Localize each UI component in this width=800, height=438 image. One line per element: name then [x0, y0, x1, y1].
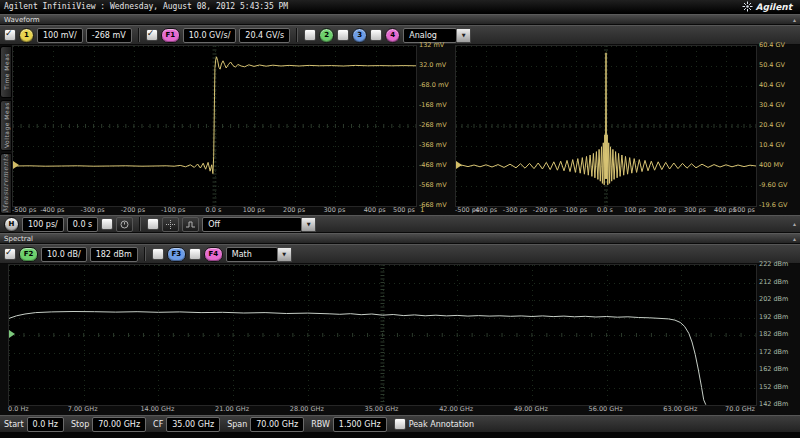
math-mode-value[interactable]: Math	[226, 247, 278, 262]
tick-label: -300 ps	[503, 206, 527, 214]
f2-visible-checkbox[interactable]	[4, 248, 16, 260]
tick-label: 30.4 GV	[759, 101, 785, 109]
tick-label: 182 dBm	[759, 330, 788, 338]
f1-impulse-trace	[456, 46, 756, 206]
ch3-badge[interactable]: 3	[352, 28, 367, 43]
peak-annotation-checkbox[interactable]	[394, 418, 406, 430]
spectral-section-title: Spectral	[4, 235, 33, 243]
tick-label: 7.00 GHz	[68, 405, 98, 413]
waveform-plot-ch1[interactable]	[12, 45, 417, 207]
ch1-ground-marker[interactable]	[13, 161, 19, 169]
zoom-enable-checkbox[interactable]	[101, 218, 113, 230]
crosshair-icon	[166, 220, 175, 229]
ch1-step-trace	[13, 46, 416, 206]
sidebar-tab-time-meas[interactable]: Time Meas	[0, 46, 12, 98]
f1-scale-box[interactable]: 10.0 GV/s/	[183, 28, 237, 43]
ch4-visible-checkbox[interactable]	[370, 29, 382, 41]
stop-value-box[interactable]: 70.00 GHz	[92, 417, 146, 432]
trigger-mode-dropdown[interactable]: Off ▼	[202, 217, 316, 232]
clock-icon	[120, 220, 129, 229]
f3-visible-checkbox[interactable]	[152, 248, 164, 260]
collapse-waveform-icon[interactable]: ▴	[793, 17, 796, 23]
f4-visible-checkbox[interactable]	[189, 248, 201, 260]
ch1-offset-box[interactable]: -268 mV	[86, 28, 132, 43]
tick-label: 500 ps	[733, 206, 755, 214]
f2-badge[interactable]: F2	[19, 247, 38, 262]
tick-label: -300 ps	[80, 206, 104, 214]
ch2-badge[interactable]: 2	[319, 28, 334, 43]
spectral-plot[interactable]	[8, 264, 757, 406]
tick-label: 0.0 s	[597, 206, 613, 214]
ch1-visible-checkbox[interactable]	[4, 29, 16, 41]
f4-badge[interactable]: F4	[204, 247, 223, 262]
trigger-wave-button[interactable]	[182, 217, 199, 232]
tick-label: 49.00 GHz	[514, 405, 548, 413]
f1-y-axis-labels: 60.4 GV50.4 GV40.4 GV30.4 GV20.4 GV10.4 …	[757, 45, 799, 205]
chevron-down-icon[interactable]: ▼	[278, 247, 292, 262]
tick-label: 21.00 GHz	[215, 405, 249, 413]
waveform-plot-f1[interactable]	[455, 45, 757, 207]
collapse-horizontal-icon[interactable]: ▴	[793, 221, 796, 227]
ch3-visible-checkbox[interactable]	[337, 29, 349, 41]
tick-label: 400 MV	[759, 161, 784, 169]
sidebar-tab-measurements[interactable]: Measurements	[0, 153, 12, 214]
sidebar-tab-voltage-meas[interactable]: Voltage Meas	[0, 100, 12, 152]
crosshair-button[interactable]	[162, 217, 179, 232]
ch1-badge[interactable]: 1	[19, 28, 34, 43]
tick-label: -468 mV	[419, 161, 447, 169]
trigger-mode-value[interactable]: Off	[202, 217, 302, 232]
tick-label: 200 ps	[654, 206, 676, 214]
ch1-scale-box[interactable]: 100 mV/	[37, 28, 83, 43]
start-value-box[interactable]: 0.0 Hz	[27, 417, 64, 432]
horizontal-toolbar: H 100 ps/ 0.0 s Off ▼ ▴	[0, 215, 800, 233]
rbw-value-box[interactable]: 1.500 GHz	[333, 417, 387, 432]
f1-ground-marker[interactable]	[456, 161, 462, 169]
markers-enable-checkbox[interactable]	[147, 218, 159, 230]
tick-label: -400 ps	[40, 206, 64, 214]
f1-offset-box[interactable]: 20.4 GV/s	[239, 28, 290, 43]
chevron-down-icon[interactable]: ▼	[302, 217, 316, 232]
tick-label: 152 dBm	[759, 383, 788, 391]
toolbar-separator	[139, 217, 141, 231]
spectral-y-axis-labels: 222 dBm212 dBm202 dBm192 dBm182 dBm172 d…	[757, 264, 799, 404]
f2-offset-box[interactable]: 182 dBm	[90, 247, 138, 262]
chevron-down-icon[interactable]: ▼	[457, 28, 471, 43]
title-bar: Agilent InfiniiView : Wednesday, August …	[0, 0, 800, 14]
f1-badge[interactable]: F1	[161, 28, 180, 43]
starburst-icon	[742, 1, 753, 12]
ch2-visible-checkbox[interactable]	[304, 29, 316, 41]
spectral-trace	[9, 265, 756, 405]
spectral-section-header: Spectral ▴	[0, 233, 800, 244]
collapse-spectral-icon[interactable]: ▴	[793, 236, 796, 242]
tick-label: 32.0 mV	[419, 61, 446, 69]
start-label: Start	[4, 420, 24, 429]
tick-label: -368 mV	[419, 141, 447, 149]
f3-badge[interactable]: F3	[167, 247, 186, 262]
horizontal-badge[interactable]: H	[4, 217, 19, 232]
ch4-badge[interactable]: 4	[385, 28, 400, 43]
span-value-box[interactable]: 70.00 GHz	[250, 417, 304, 432]
waveform-section-header: Waveform ▴	[0, 14, 800, 25]
sidebar-tab-label: Voltage Meas	[3, 102, 10, 148]
f2-reference-marker[interactable]	[9, 330, 15, 338]
f2-scale-box[interactable]: 10.0 dB/	[41, 247, 87, 262]
toolbar-separator	[144, 247, 146, 261]
tick-label: -500 ps	[12, 206, 36, 214]
cf-value-box[interactable]: 35.00 GHz	[166, 417, 220, 432]
tick-label: 142 dBm	[759, 400, 788, 408]
tick-label: 172 dBm	[759, 348, 788, 356]
tick-label: 212 dBm	[759, 278, 788, 286]
tick-label: 202 dBm	[759, 295, 788, 303]
cf-label: CF	[153, 420, 163, 429]
tick-label: -268 mV	[419, 121, 447, 129]
spectral-toolbar: F2 10.0 dB/ 182 dBm F3 F4 Math ▼	[0, 244, 800, 264]
peak-annotation-label: Peak Annotation	[409, 420, 474, 429]
tick-label: 40.4 GV	[759, 81, 785, 89]
timebase-position-box[interactable]: 0.0 s	[67, 217, 98, 232]
acquisition-clock-button[interactable]	[116, 217, 133, 232]
math-mode-dropdown[interactable]: Math ▼	[226, 247, 292, 262]
rbw-label: RBW	[311, 420, 330, 429]
f1-visible-checkbox[interactable]	[146, 29, 158, 41]
ch1-x-axis-labels: -500 ps-400 ps-300 ps-200 ps-100 ps0.0 s…	[12, 205, 415, 215]
timebase-scale-box[interactable]: 100 ps/	[22, 217, 64, 232]
